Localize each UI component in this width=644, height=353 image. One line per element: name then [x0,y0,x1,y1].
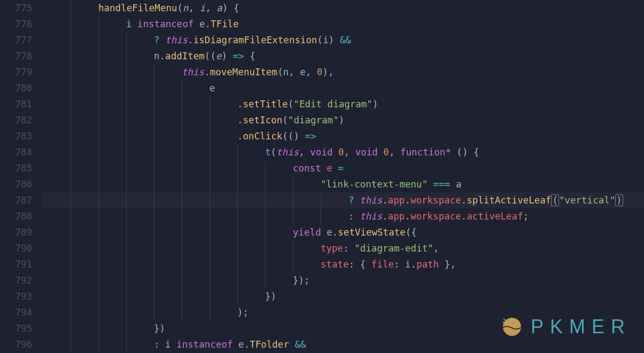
code-editor[interactable]: 7757767777787797807817827837847857867877… [0,0,644,353]
line-number: 775 [0,0,32,16]
code-line[interactable]: ? this.app.workspace.splitActiveLeaf("ve… [43,192,644,208]
code-area[interactable]: handleFileMenu(n, i, a) {i instanceof e.… [43,0,644,353]
line-number: 789 [0,224,32,240]
code-line[interactable]: i instanceof e.TFile [43,16,644,32]
line-number: 788 [0,208,32,224]
code-line[interactable]: type: "diagram-edit", [43,240,644,256]
line-number: 786 [0,176,32,192]
code-line[interactable]: .onClick(() => [43,128,644,144]
line-number: 787 [0,192,32,208]
code-line[interactable]: : this.app.workspace.activeLeaf; [43,208,644,224]
code-line[interactable]: yield e.setViewState({ [43,224,644,240]
code-line[interactable]: ? this.isDiagramFileExtension(i) && [43,32,644,48]
code-line[interactable]: e [43,80,644,96]
code-line[interactable]: state: { file: i.path }, [43,256,644,272]
pkmer-icon [501,316,523,338]
code-line[interactable]: const e = [43,160,644,176]
line-number: 790 [0,240,32,256]
line-number: 791 [0,256,32,272]
line-number: 794 [0,304,32,320]
line-number: 793 [0,288,32,304]
code-line[interactable]: n.addItem((e) => { [43,48,644,64]
watermark-logo: PKMER [501,316,631,338]
code-line[interactable]: }); [43,272,644,288]
code-line[interactable]: handleFileMenu(n, i, a) { [43,0,644,16]
code-line[interactable]: t(this, void 0, void 0, function* () { [43,144,644,160]
code-line[interactable]: "link-context-menu" === a [43,176,644,192]
line-number: 779 [0,64,32,80]
code-line[interactable]: this.moveMenuItem(n, e, 0), [43,64,644,80]
line-number: 782 [0,112,32,128]
code-line[interactable]: .setTitle("Edit diagram") [43,96,644,112]
watermark-text: PKMER [531,316,631,338]
line-number: 780 [0,80,32,96]
line-number: 792 [0,272,32,288]
line-number: 781 [0,96,32,112]
line-number: 783 [0,128,32,144]
line-number: 785 [0,160,32,176]
line-number: 778 [0,48,32,64]
code-line[interactable]: : i instanceof e.TFolder && [43,336,644,352]
code-line[interactable]: }) [43,288,644,304]
gutter: 7757767777787797807817827837847857867877… [0,0,43,353]
line-number: 777 [0,32,32,48]
line-number: 795 [0,320,32,336]
line-number: 776 [0,16,32,32]
code-line[interactable]: .setIcon("diagram") [43,112,644,128]
line-number: 784 [0,144,32,160]
line-number: 796 [0,336,32,352]
